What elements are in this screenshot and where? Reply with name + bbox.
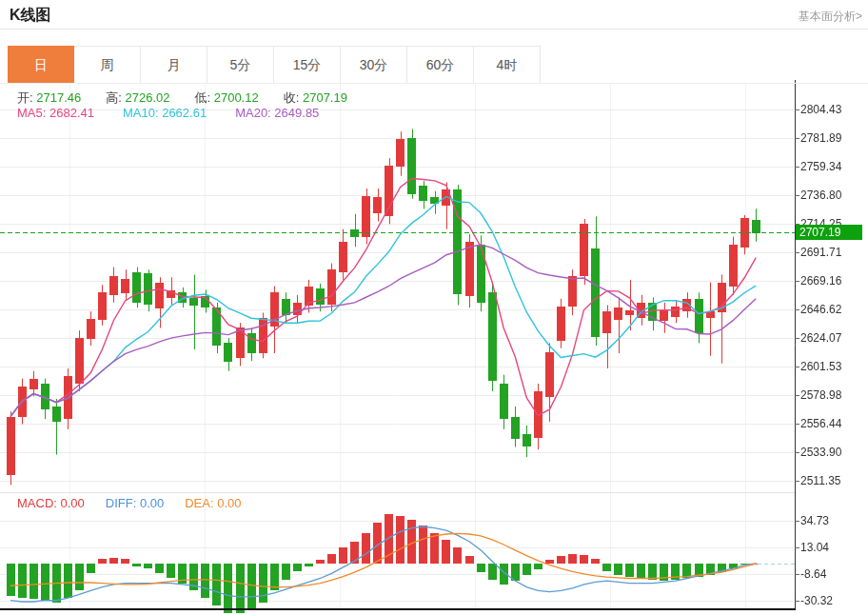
price-axis-tick-label: 2556.44 [800, 417, 861, 430]
macd-axis-tick-label: -30.32 [800, 594, 861, 607]
readout-item: 开: 2717.46 [17, 89, 81, 107]
title-divider [0, 29, 868, 30]
readout-item: MA20: 2649.85 [235, 106, 319, 120]
tab-60分[interactable]: 60分 [407, 46, 474, 84]
macd-axis-tick-label: 34.73 [800, 514, 861, 527]
ma-readout: MA5: 2682.41MA10: 2662.61MA20: 2649.85 [17, 106, 319, 120]
price-axis-tick-label: 2781.89 [800, 131, 861, 145]
price-axis-tick-label: 2624.07 [800, 331, 861, 345]
macd-readout: MACD: 0.00DIFF: 0.00DEA: 0.00 [17, 496, 242, 510]
price-axis-tick-label: 2691.71 [800, 246, 861, 259]
macd-axis-tick-label: -8.64 [800, 567, 861, 581]
page-title: K线图 [10, 6, 51, 26]
price-axis-tick-label: 2601.53 [800, 360, 861, 373]
tab-4时[interactable]: 4时 [474, 46, 541, 84]
readout-item: 低: 2700.12 [194, 89, 258, 107]
tab-周[interactable]: 周 [74, 46, 141, 84]
readout-item: MACD: 0.00 [17, 496, 85, 510]
tab-日[interactable]: 日 [8, 46, 74, 84]
tab-5分[interactable]: 5分 [207, 46, 274, 84]
tab-30分[interactable]: 30分 [341, 46, 407, 84]
ohlc-readout: 开: 2717.46高: 2726.02低: 2700.12收: 2707.19 [17, 89, 347, 107]
readout-item: 收: 2707.19 [284, 89, 347, 107]
tab-15分[interactable]: 15分 [274, 46, 341, 84]
fundamental-analysis-link[interactable]: 基本面分析> [799, 9, 862, 25]
readout-item: DEA: 0.00 [185, 496, 241, 510]
price-axis-tick-label: 2669.16 [800, 274, 861, 288]
price-axis-tick-label: 2578.98 [800, 388, 861, 402]
price-axis-tick-label: 2804.43 [800, 103, 861, 116]
price-axis-tick-label: 2646.62 [800, 303, 861, 316]
readout-item: MA5: 2682.41 [17, 106, 94, 120]
readout-item: DIFF: 0.00 [106, 496, 164, 510]
price-axis-tick-label: 2759.34 [800, 160, 861, 173]
price-axis-tick-label: 2511.35 [800, 474, 861, 487]
timeframe-tabbar: 日周月5分15分30分60分4时 [8, 46, 541, 84]
macd-axis-tick-label: 13.04 [800, 541, 861, 554]
tab-月[interactable]: 月 [141, 46, 207, 84]
readout-item: MA10: 2662.61 [123, 106, 207, 120]
current-price-tag: 2707.19 [796, 225, 862, 240]
kline-page: K线图 基本面分析> 日周月5分15分30分60分4时 开: 2717.46高:… [0, 0, 868, 615]
price-axis-tick-label: 2736.80 [800, 188, 861, 202]
price-axis-tick-label: 2533.90 [800, 446, 861, 459]
tabbar-underline [0, 83, 868, 84]
readout-item: 高: 2726.02 [106, 89, 169, 107]
